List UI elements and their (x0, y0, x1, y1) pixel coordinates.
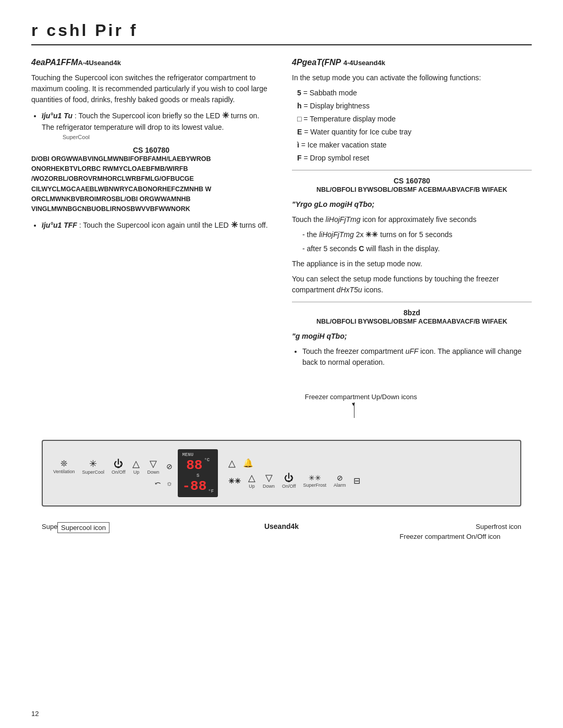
func-sabbath: 5 = Sabbath mode (297, 88, 532, 98)
divider (292, 170, 532, 170)
alarm-label: Alarm (334, 483, 346, 488)
enter-bold: NBL/OBFOLI BYWSOBL/OBSMF ACEBMAABVACF/B … (292, 185, 532, 195)
exit-header: 8bzd (292, 309, 532, 317)
freezer-onoff-label: On/Off (282, 484, 296, 489)
display-s: S (197, 473, 199, 478)
diagram-section: Freezer compartment Up/Down icons ▼ ❊ Ve… (31, 393, 532, 540)
panel-display: MENU 88 °C S -88 °F (178, 449, 218, 497)
right-column: 4PgeaT(FNP 4-4Useand4k In the setup mode… (292, 58, 532, 372)
setup-note2: You can select the setup mode functions … (292, 274, 532, 295)
sub-steps: the liHojFjTmg 2x ✳✳ turns on for 5 seco… (302, 229, 532, 254)
divider2 (292, 302, 532, 302)
control-panel: ❊ Ventilation ✳ SuperCool ⏻ On/Off (42, 440, 521, 507)
exit-list: Touch the freezer compartment uFF icon. … (302, 346, 532, 368)
step2: ïju°u1 TFF : Touch the Supercool icon ag… (42, 219, 271, 231)
supercool-label: SuperCool (63, 133, 271, 142)
down-symbol: ▽ (150, 459, 157, 468)
func-ice: ì = Ice maker vacation state (297, 140, 532, 151)
page-title: r cshl Pir f (31, 21, 532, 45)
right-section-title: 4PgeaT(FNP 4-4Useand4k (292, 58, 532, 67)
superfrost-icon-label: Superfrost icon (476, 522, 521, 530)
ventilation-symbol: ❊ (60, 460, 67, 468)
ventilation-icon-group: ❊ Ventilation (53, 460, 75, 474)
bottom-labels-row: Supercool LED Useand4k Superfrost icon (42, 522, 521, 530)
superfrost-symbol: ✳✳ (309, 474, 321, 482)
left-section-title: 4eaPA1FFMA-4Useand4k (31, 58, 271, 67)
superfrost-label: SuperFrost (303, 483, 326, 488)
supercool-icon-label: SuperCool (82, 470, 105, 475)
extra-icons: ⤺ ☼ (155, 479, 173, 487)
top-arrow-area: Freezer compartment Up/Down icons ▼ (31, 393, 532, 419)
below-panel: Supercool icon Supercool LED Useand4k Su… (31, 522, 532, 540)
onoff-label: On/Off (112, 470, 125, 475)
ventilation-label: Ventilation (53, 469, 75, 474)
fahrenheit-label: °F (208, 489, 214, 494)
extra-icon2: ☼ (166, 479, 173, 487)
display-top: 88 °C (186, 458, 210, 473)
icon-name: liHojFjTmg (326, 215, 363, 224)
exit-item: Touch the freezer compartment uFF icon. … (302, 346, 532, 368)
step2-cont: turns off. (239, 221, 267, 229)
supercool-icon-callout: Supercool icon (57, 522, 109, 533)
cs-number: CS 160780 (31, 146, 271, 154)
step1-label: ïju°u1 Tu (42, 112, 72, 120)
left-title-main: 4eaPA1FFM (31, 58, 78, 67)
freezer-up-label: Up (249, 484, 255, 489)
step2-label: ïju°u1 TFF (42, 221, 77, 229)
func-temp-mode: □ = Temperature display mode (297, 114, 532, 125)
arrow-head-top: ▼ (351, 401, 356, 407)
func-drop: F = Drop symbol reset (297, 153, 532, 164)
freezer-onoff-label-row: Freezer compartment On/Off icon (42, 533, 521, 540)
left-column: 4eaPA1FFMA-4Useand4k Touching the Superc… (31, 58, 271, 372)
step1: ïju°u1 Tu : Touch the Supercool icon bri… (42, 109, 271, 142)
slash-symbol: ⊘ (166, 463, 173, 470)
setup-note1: The appliance is in the setup mode now. (292, 258, 532, 269)
panel-right: △ 🔔 ✳✳ △ Up ▽ Down ⏻ On/O (228, 458, 360, 489)
supercool-icon-group: ✳ SuperCool (82, 459, 105, 475)
superfrost-group: ✳✳ SuperFrost (303, 474, 326, 488)
double-star-icon: ✳✳ (228, 477, 241, 485)
freezer-down-group: ▽ Down (263, 473, 275, 489)
bold-block: D/OBI ORGWWABVINGLMWNBIFOFBFAMH/LAEBYWRO… (31, 154, 271, 215)
useand4k-label: Useand4k (264, 522, 299, 530)
step1-text: : Touch the Supercool icon briefly so th… (75, 112, 220, 120)
left-title-suffix: A-4Useand4k (78, 59, 121, 67)
left-steps: ïju°u1 Tu : Touch the Supercool icon bri… (42, 109, 271, 142)
extra-icon1: ⤺ (155, 479, 161, 487)
step1-star: ✳ (222, 111, 229, 120)
freezer-onoff-callout: Freezer compartment On/Off icon (400, 533, 500, 540)
functions-list: 5 = Sabbath mode h = Display brightness … (297, 88, 532, 164)
uFF-icon: uFF (406, 347, 421, 355)
freezer-up-group: △ Up (248, 473, 255, 489)
right-intro: In the setup mode you can activate the f… (292, 72, 532, 83)
left-intro: Touching the Supercool icon switches the… (31, 72, 271, 105)
display-top-value: 88 (186, 458, 202, 473)
onoff-icon-group: ⏻ On/Off (112, 459, 125, 475)
step2-text: : Touch the Supercool icon again until t… (79, 221, 229, 229)
down-label: Down (147, 470, 159, 475)
display-s-row: S (197, 473, 199, 478)
slash-icon-group: ⊘ (166, 463, 173, 471)
alarm-group: ⊘ Alarm (334, 474, 346, 488)
step2-star: ✳ (231, 220, 238, 229)
exit-bold: NBL/OBFOLI BYWSOBL/OBSMF ACEBMAABVACF/B … (292, 317, 532, 327)
last-icon: ⊟ (353, 476, 360, 486)
sub-step2: after 5 seconds C will flash in the disp… (302, 243, 532, 254)
down-icon-group: ▽ Down (147, 459, 159, 475)
up-icon-group: △ Up (132, 459, 140, 475)
panel-icons-row: ❊ Ventilation ✳ SuperCool ⏻ On/Off (53, 459, 173, 475)
enter-cs: CS 160780 (292, 177, 532, 185)
func-brightness: h = Display brightness (297, 101, 532, 112)
display-bottom-value: -88 (182, 478, 206, 494)
display-menu-label: MENU (182, 452, 193, 458)
panel-left: ❊ Ventilation ✳ SuperCool ⏻ On/Off (53, 459, 173, 487)
quote-title: "Yrgo gLo mogiH qTbo; (292, 199, 532, 210)
panel-right-top: △ 🔔 (228, 458, 360, 469)
main-content: 4eaPA1FFMA-4Useand4k Touching the Superc… (31, 58, 532, 372)
freezer-down-label: Down (263, 484, 275, 489)
celsius-label: °C (204, 458, 210, 463)
onoff-symbol: ⏻ (114, 459, 123, 468)
supercool-symbol: ✳ (89, 459, 97, 468)
panel-right-bottom: ✳✳ △ Up ▽ Down ⏻ On/Off ✳✳ (228, 473, 360, 489)
freezer-down-symbol: ▽ (265, 473, 273, 483)
